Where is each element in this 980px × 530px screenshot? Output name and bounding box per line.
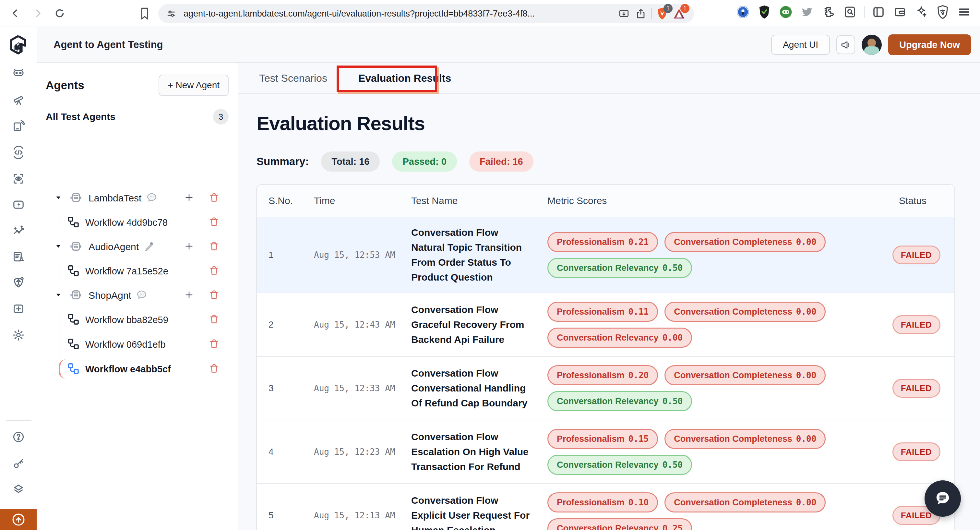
device-signal-icon[interactable] [11,119,26,134]
table-row[interactable]: 3Aug 15, 12:33 AMConversation Flow Conve… [257,357,955,420]
delete-workflow-button[interactable] [208,338,220,351]
key-icon[interactable] [11,456,26,471]
green-bot-icon[interactable] [778,5,793,19]
metric-label: Conversation Completeness [674,371,792,380]
telescope-icon[interactable] [11,92,26,107]
agent-ui-button[interactable]: Agent UI [771,35,830,55]
hyperexecute-bolt-icon[interactable] [11,197,26,212]
tune-icon[interactable] [165,5,178,22]
caret-down-icon[interactable] [55,291,62,300]
workflow-row-bba82e59[interactable]: Workflow bba82e59 [37,307,238,332]
rail-divider [6,420,32,421]
forward-icon[interactable] [30,6,45,21]
add-workflow-button[interactable] [184,290,194,301]
delete-agent-button[interactable] [208,241,220,253]
agent-name: LambdaTest [89,193,142,204]
twitter-bird-icon[interactable] [800,5,815,19]
cast-icon[interactable] [616,5,632,22]
cell-metric-scores: Professionalism0.15Conversation Complete… [547,422,878,481]
reload-icon[interactable] [52,6,67,21]
help-icon[interactable] [11,430,26,444]
sidebar-toggle-icon[interactable] [871,5,886,19]
kane-ai-bot-icon[interactable] [11,65,26,80]
metric-value: 0.25 [662,524,683,530]
tab-test-scenarios[interactable]: Test Scenarios [259,72,327,84]
rail-upgrade-block[interactable] [0,509,37,530]
agent-bot-icon [69,191,83,205]
new-agent-button[interactable]: + New Agent [159,75,229,96]
cell-status: FAILED [878,315,955,334]
sparkle-ai-icon[interactable] [914,5,929,19]
brave-shield-icon[interactable]: 1 [654,5,671,22]
agent-row-lambdatest[interactable]: LambdaTest [37,186,238,210]
test-report-flask-icon[interactable] [11,249,26,264]
layers-icon[interactable] [11,482,26,497]
metric-value: 0.00 [796,434,816,444]
metric-label: Professionalism [557,498,625,508]
workflow-row-e4abb5cf[interactable]: Workflow e4abb5cf [37,357,238,382]
browser-toolbar: agent-to-agent.lambdatest.com/agent-ui/e… [0,0,980,27]
table-row[interactable]: 1Aug 15, 12:53 AMConversation Flow Natur… [257,217,955,293]
workflow-icon [67,313,80,326]
metric-pill: Conversation Relevancy0.50 [547,455,692,475]
workflow-row-4dd9bc78[interactable]: Workflow 4dd9bc78 [37,210,238,235]
summary-failed-pill: Failed: 16 [469,151,533,172]
add-workflow-button[interactable] [184,193,194,204]
share-icon[interactable] [632,5,649,22]
metric-label: Conversation Relevancy [557,263,659,273]
metric-value: 0.15 [628,434,649,444]
add-workflow-button[interactable] [184,241,194,253]
address-bar[interactable]: agent-to-agent.lambdatest.com/agent-ui/e… [158,4,694,23]
search-box-icon[interactable] [843,5,858,19]
delete-workflow-button[interactable] [208,216,220,229]
triangle-logo-icon[interactable]: 1 [671,5,687,22]
metric-pill: Conversation Relevancy0.50 [547,391,692,411]
delete-workflow-button[interactable] [208,363,220,375]
table-row[interactable]: 2Aug 15, 12:43 AMConversation Flow Grace… [257,293,955,357]
avatar-body [864,46,879,55]
cell-metric-scores: Professionalism0.11Conversation Complete… [547,295,878,354]
wallet-icon[interactable] [892,5,907,19]
puzzle-icon[interactable] [821,5,836,19]
workflow-icon [67,362,80,376]
announcements-button[interactable] [836,35,855,54]
agent-row-audioagent[interactable]: AudioAgent [37,235,238,259]
code-sync-icon[interactable] [11,145,26,160]
cell-time: Aug 15, 12:23 AM [314,447,411,457]
plus-square-icon[interactable] [11,301,26,316]
lambdatest-logo[interactable] [8,34,29,56]
caret-down-icon[interactable] [55,243,62,251]
delete-workflow-button[interactable] [208,314,220,326]
upgrade-now-button[interactable]: Upgrade Now [888,34,971,55]
new-agent-label: + New Agent [168,80,220,91]
adguard-shield-icon[interactable] [757,5,772,19]
delete-agent-button[interactable] [208,289,220,302]
table-row[interactable]: 5Aug 15, 12:13 AMConversation Flow Expli… [257,484,955,530]
microphone-icon [143,240,155,253]
insights-graph-icon[interactable] [11,223,26,238]
cell-time: Aug 15, 12:13 AM [314,511,411,520]
user-avatar[interactable] [862,35,882,55]
metric-pill: Professionalism0.10 [547,492,658,512]
visual-eye-scan-icon[interactable] [11,171,26,186]
status-badge: FAILED [892,315,940,334]
table-row[interactable]: 4Aug 15, 12:23 AMConversation Flow Escal… [257,420,955,484]
cell-sno: 1 [269,250,314,260]
back-icon[interactable] [8,6,23,21]
settings-gear-icon[interactable] [11,328,26,342]
bookmark-icon[interactable] [139,6,151,22]
workflow-row-7a15e52e[interactable]: Workflow 7a15e52e [37,259,238,283]
agent-bot-icon [69,288,83,303]
workflow-row-069d1efb[interactable]: Workflow 069d1efb [37,332,238,357]
chat-widget-button[interactable] [924,481,961,517]
vpn-shield-icon[interactable] [935,5,950,19]
delete-workflow-button[interactable] [208,265,220,277]
agent-count-badge: 3 [213,109,229,124]
workflow-icon [67,216,80,229]
password-manager-icon[interactable] [735,5,750,19]
agent-row-shopagnt[interactable]: ShopAgnt [37,283,238,307]
delete-agent-button[interactable] [208,192,220,204]
accessibility-icon[interactable] [11,275,26,290]
hamburger-menu-icon[interactable] [957,5,972,19]
caret-down-icon[interactable] [55,194,62,202]
